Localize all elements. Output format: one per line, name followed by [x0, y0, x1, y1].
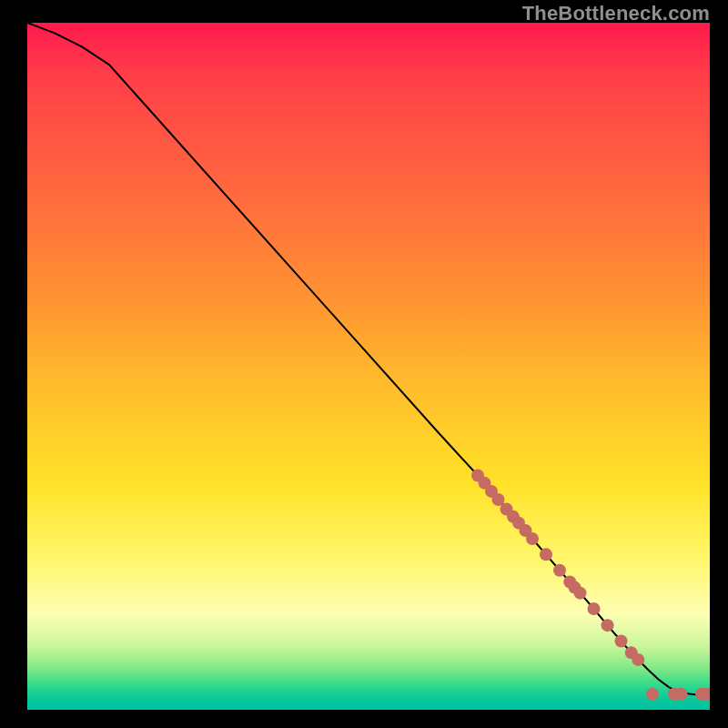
data-marker	[588, 602, 601, 615]
curve-layer	[27, 23, 710, 710]
chart-stage: TheBottleneck.com	[0, 0, 728, 728]
bottleneck-curve	[27, 23, 710, 694]
data-marker	[553, 564, 566, 577]
marker-group	[471, 470, 710, 701]
data-marker	[632, 653, 644, 666]
data-marker	[526, 532, 539, 545]
data-marker	[646, 688, 659, 701]
data-marker	[574, 587, 587, 600]
plot-area	[27, 23, 710, 710]
data-marker	[615, 635, 628, 648]
data-marker	[540, 548, 552, 561]
data-marker	[602, 619, 614, 632]
data-marker	[675, 688, 688, 701]
